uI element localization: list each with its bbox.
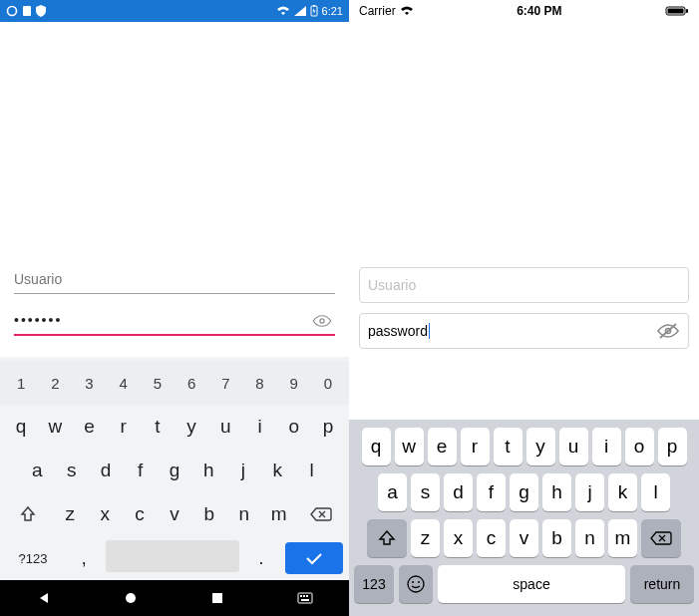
kb-row-3: zxcvbnm (0, 492, 349, 536)
period-key[interactable]: . (239, 540, 283, 576)
comma-key[interactable]: , (62, 540, 106, 576)
kb-row-bottom: 123 space return (352, 565, 696, 603)
key-a[interactable]: a (378, 473, 407, 511)
key-y[interactable]: y (526, 428, 555, 465)
emoji-key[interactable] (399, 565, 433, 603)
key-s[interactable]: s (54, 453, 88, 488)
key-n[interactable]: n (575, 519, 604, 557)
key-7[interactable]: 7 (208, 365, 242, 401)
key-4[interactable]: 4 (107, 365, 141, 401)
key-5[interactable]: 5 (141, 365, 175, 401)
key-e[interactable]: e (72, 409, 106, 445)
key-g[interactable]: g (510, 473, 538, 511)
key-b[interactable]: b (542, 519, 571, 557)
symbols-key[interactable]: ?123 (4, 540, 62, 576)
key-q[interactable]: q (4, 409, 38, 445)
key-k[interactable]: k (608, 473, 637, 511)
key-q[interactable]: q (362, 428, 391, 465)
key-l[interactable]: l (295, 453, 329, 488)
key-f[interactable]: f (123, 453, 157, 488)
key-6[interactable]: 6 (175, 365, 208, 401)
key-u[interactable]: u (208, 409, 242, 445)
key-f[interactable]: f (477, 473, 506, 511)
key-n[interactable]: n (226, 496, 261, 532)
key-j[interactable]: j (226, 453, 260, 488)
key-i[interactable]: i (592, 428, 621, 465)
battery-icon (310, 5, 318, 17)
ios-keyboard: qwertyuiop asdfghjkl zxcvbnm 123 space r… (349, 420, 699, 616)
key-y[interactable]: y (175, 409, 208, 445)
return-key[interactable]: return (630, 565, 694, 603)
key-3[interactable]: 3 (72, 365, 106, 401)
key-w[interactable]: w (395, 428, 424, 465)
ios-screen: Carrier 6:40 PM Usuario password qwertyu… (349, 0, 699, 616)
key-j[interactable]: j (575, 473, 604, 511)
nav-recent-icon[interactable] (210, 591, 224, 605)
key-e[interactable]: e (428, 428, 457, 465)
key-8[interactable]: 8 (242, 365, 276, 401)
key-x[interactable]: x (444, 519, 473, 557)
kb-row-1: qwertyuiop (352, 428, 696, 465)
key-z[interactable]: z (53, 496, 88, 532)
key-v[interactable]: v (510, 519, 538, 557)
key-o[interactable]: o (277, 409, 311, 445)
key-r[interactable]: r (461, 428, 490, 465)
svg-rect-8 (300, 595, 302, 597)
username-input[interactable] (14, 267, 335, 294)
shift-key[interactable] (367, 519, 407, 557)
backspace-key[interactable] (641, 519, 681, 557)
key-p[interactable]: p (658, 428, 687, 465)
key-r[interactable]: r (107, 409, 141, 445)
key-b[interactable]: b (191, 496, 226, 532)
password-input[interactable]: password (359, 313, 689, 349)
key-9[interactable]: 9 (277, 365, 311, 401)
key-m[interactable]: m (608, 519, 637, 557)
svg-rect-13 (668, 9, 684, 14)
key-u[interactable]: u (559, 428, 588, 465)
key-0[interactable]: 0 (311, 365, 345, 401)
key-v[interactable]: v (158, 496, 192, 532)
key-t[interactable]: t (494, 428, 523, 465)
eye-off-icon[interactable] (656, 322, 680, 340)
numbers-key[interactable]: 123 (354, 565, 394, 603)
svg-rect-7 (298, 593, 312, 603)
key-p[interactable]: p (311, 409, 345, 445)
space-key[interactable] (106, 540, 238, 572)
password-value: password (368, 323, 428, 339)
password-input[interactable] (14, 306, 335, 336)
eye-icon[interactable] (311, 314, 333, 328)
carrier-text: Carrier (359, 4, 396, 18)
key-h[interactable]: h (542, 473, 571, 511)
key-w[interactable]: w (38, 409, 72, 445)
android-navbar (0, 580, 349, 616)
backspace-key[interactable] (296, 496, 345, 532)
space-key[interactable]: space (438, 565, 625, 603)
nav-keyboard-icon[interactable] (297, 592, 313, 604)
nav-back-icon[interactable] (37, 591, 51, 605)
svg-point-18 (412, 581, 414, 583)
key-h[interactable]: h (191, 453, 225, 488)
key-c[interactable]: c (123, 496, 158, 532)
key-1[interactable]: 1 (4, 365, 38, 401)
android-keyboard: 1234567890 qwertyuiop asdfghjkl zxcvbnm … (0, 357, 349, 580)
enter-key[interactable] (285, 542, 343, 574)
key-d[interactable]: d (444, 473, 473, 511)
key-t[interactable]: t (141, 409, 175, 445)
key-d[interactable]: d (89, 453, 123, 488)
nav-home-icon[interactable] (124, 591, 138, 605)
key-k[interactable]: k (260, 453, 294, 488)
key-c[interactable]: c (477, 519, 506, 557)
key-m[interactable]: m (261, 496, 296, 532)
shift-key[interactable] (4, 496, 53, 532)
key-g[interactable]: g (158, 453, 191, 488)
key-i[interactable]: i (242, 409, 276, 445)
username-input[interactable]: Usuario (359, 267, 689, 303)
key-l[interactable]: l (641, 473, 670, 511)
key-z[interactable]: z (411, 519, 440, 557)
key-x[interactable]: x (88, 496, 123, 532)
key-s[interactable]: s (411, 473, 440, 511)
key-o[interactable]: o (625, 428, 654, 465)
svg-rect-9 (303, 595, 305, 597)
key-2[interactable]: 2 (38, 365, 72, 401)
key-a[interactable]: a (20, 453, 54, 488)
